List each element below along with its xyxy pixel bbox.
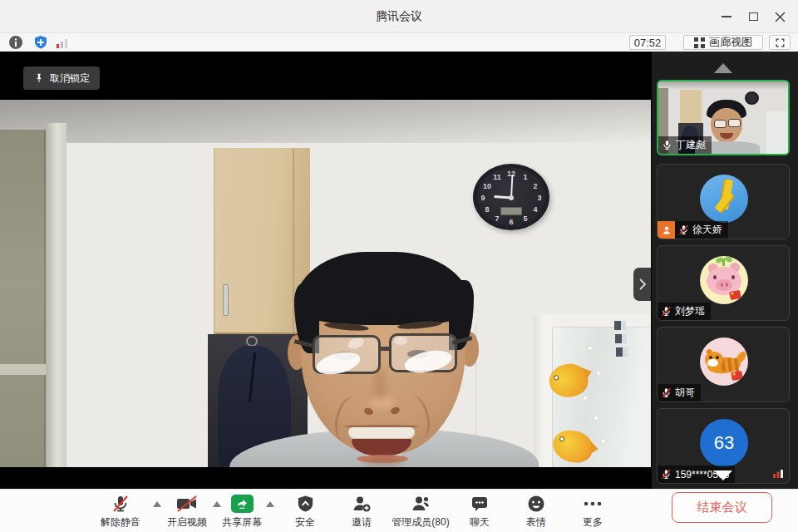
clock-minute-hand <box>510 175 513 198</box>
weak-signal-icon <box>772 467 784 479</box>
mic-muted-icon <box>661 306 672 317</box>
end-meeting-label: 结束会议 <box>697 500 747 515</box>
share-screen-button[interactable]: 共享屏幕 <box>209 493 275 530</box>
vent-slat <box>614 321 626 330</box>
shield-plus-icon[interactable] <box>33 35 48 50</box>
bubble-sticker <box>587 345 594 352</box>
meeting-time: 07:52 <box>634 37 662 49</box>
clock-numeral: 10 <box>483 182 491 190</box>
close-icon <box>775 12 786 22</box>
close-button[interactable] <box>766 0 793 33</box>
lens-reflection <box>394 337 407 345</box>
participants-sidebar: 丁建彪 徐天娇 <box>652 52 798 489</box>
fullscreen-button[interactable] <box>769 35 791 50</box>
participant-name: 胡哥 <box>675 386 695 400</box>
participant-label-row: 丁建彪 <box>658 136 712 154</box>
minimize-button[interactable] <box>713 0 740 33</box>
participant-tile-xu-tianjiao[interactable]: 徐天娇 <box>657 164 790 239</box>
participant-tile-liu-mengyao[interactable]: 刘梦瑶 <box>657 245 790 321</box>
avatar-cartoon-detail <box>732 275 735 279</box>
chin-shadow <box>362 456 404 466</box>
mini-clock <box>745 91 759 105</box>
clock-numeral: 1 <box>523 173 527 181</box>
title-bar: 腾讯会议 <box>0 0 798 33</box>
mic-muted-icon <box>678 224 689 235</box>
info-icon[interactable] <box>8 35 23 50</box>
participant-label-row: 刘梦瑶 <box>658 303 711 320</box>
participant-label: 刘梦瑶 <box>658 303 711 320</box>
network-signal-icon[interactable] <box>55 35 70 50</box>
clock-numeral: 5 <box>523 214 527 223</box>
wall-clock: 12 1 2 3 4 5 6 7 8 9 10 11 <box>473 164 549 230</box>
glass-door-frame <box>533 314 552 467</box>
clock-numeral: 8 <box>485 205 489 214</box>
chevron-right-collapse-icon <box>638 278 648 291</box>
mini-cabinet <box>680 90 702 123</box>
more-label: 更多 <box>559 515 626 530</box>
bubble-sticker <box>600 438 607 445</box>
fish-tail <box>589 441 599 456</box>
fullscreen-icon <box>775 37 786 48</box>
host-badge-icon <box>658 221 675 239</box>
sidebar-collapse-handle[interactable] <box>633 268 651 301</box>
participant-label-row: 徐天娇 <box>658 221 728 239</box>
avatar <box>700 256 748 304</box>
left-wall-door <box>0 130 48 467</box>
frosted-glass-door <box>552 328 651 467</box>
main-area: 12 1 2 3 4 5 6 7 8 9 10 11 <box>0 52 798 489</box>
scroll-up-icon[interactable] <box>714 63 732 73</box>
window-controls <box>713 0 793 33</box>
end-meeting-button[interactable]: 结束会议 <box>672 492 772 523</box>
participant-name: 徐天娇 <box>692 223 722 237</box>
fish-tail <box>582 365 594 380</box>
pin-icon <box>33 72 45 84</box>
gallery-grid-icon <box>694 37 705 48</box>
left-door-frame <box>46 123 66 467</box>
unlock-button[interactable]: 取消锁定 <box>23 66 100 90</box>
gallery-view-button[interactable]: 画廊视图 <box>683 35 763 50</box>
status-toolbar: 07:52 画廊视图 <box>0 33 798 52</box>
clock-numeral: 3 <box>537 194 541 202</box>
mouth-opening <box>352 439 411 456</box>
mini-door <box>765 111 788 154</box>
participant-label: 徐天娇 <box>675 221 728 239</box>
vent-slat <box>615 334 627 343</box>
avatar-initials: 63 <box>714 432 734 454</box>
person-head <box>293 252 474 461</box>
mic-muted-icon <box>87 493 154 515</box>
clock-numeral: 9 <box>480 194 485 202</box>
window-title: 腾讯会议 <box>0 9 798 24</box>
unlock-button-label: 取消锁定 <box>50 71 90 86</box>
fish-eye <box>553 375 559 382</box>
clock-digital-display <box>500 207 522 215</box>
avatar-cartoon-detail <box>713 275 717 279</box>
more-icon <box>559 493 626 515</box>
participant-label: 丁建彪 <box>658 136 712 154</box>
unmute-button[interactable]: 解除静音 <box>87 493 154 530</box>
more-button[interactable]: 更多 <box>559 493 626 530</box>
clock-hub <box>509 195 514 200</box>
mini-ceiling <box>658 81 788 90</box>
participant-tile-hu-ge[interactable]: 胡哥 <box>657 327 790 402</box>
left-door-ledge <box>0 364 48 375</box>
mic-muted-icon <box>661 469 672 480</box>
avatar <box>700 175 748 223</box>
maximize-button[interactable] <box>740 0 766 33</box>
participant-name: 刘梦瑶 <box>675 304 705 318</box>
bubble-sticker <box>593 415 599 421</box>
clock-numeral: 2 <box>533 182 537 190</box>
suit-lapel <box>249 352 256 402</box>
avatar-cartoon-detail <box>707 359 718 367</box>
share-screen-label: 共享屏幕 <box>209 515 275 530</box>
nose-tip <box>369 397 394 410</box>
mini-glasses <box>728 119 741 127</box>
ceiling <box>0 100 651 143</box>
mini-glasses <box>714 120 727 128</box>
participant-label-row: 胡哥 <box>658 384 701 401</box>
meeting-time-display: 07:52 <box>629 35 666 50</box>
teeth <box>348 427 415 440</box>
participant-tile-ding-jianbiao[interactable]: 丁建彪 <box>657 80 790 155</box>
scroll-down-icon[interactable] <box>714 470 732 480</box>
avatar-cartoon-detail <box>721 283 723 287</box>
avatar-cartoon-detail <box>724 256 733 264</box>
